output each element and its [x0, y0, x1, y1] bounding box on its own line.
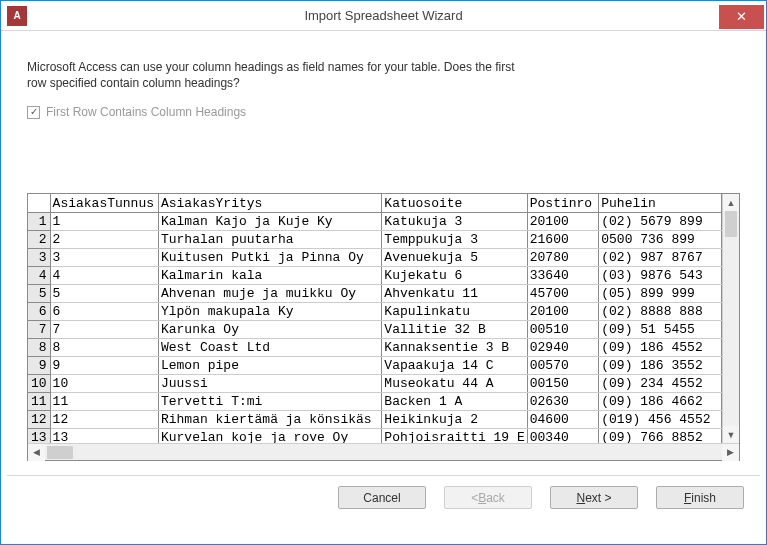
- cell-addr: Museokatu 44 A: [382, 374, 527, 392]
- row-number: 6: [28, 302, 50, 320]
- table-header-row: AsiakasTunnus AsiakasYritys Katuosoite P…: [28, 194, 722, 212]
- row-number: 8: [28, 338, 50, 356]
- cell-addr: Katukuja 3: [382, 212, 527, 230]
- close-button[interactable]: ✕: [719, 5, 764, 29]
- cell-post: 00340: [527, 428, 599, 443]
- cell-addr: Kujekatu 6: [382, 266, 527, 284]
- row-number: 9: [28, 356, 50, 374]
- row-header-blank: [28, 194, 50, 212]
- cell-post: 20100: [527, 302, 599, 320]
- cell-phone: 0500 736 899: [599, 230, 722, 248]
- first-row-headings-checkbox[interactable]: ✓ First Row Contains Column Headings: [27, 105, 740, 119]
- cell-phone: (03) 9876 543: [599, 266, 722, 284]
- col-header-id[interactable]: AsiakasTunnus: [50, 194, 158, 212]
- col-header-company[interactable]: AsiakasYritys: [158, 194, 381, 212]
- table-row[interactable]: 1111Tervetti T:miBacken 1 A02630(09) 186…: [28, 392, 722, 410]
- scroll-down-icon[interactable]: ▼: [723, 426, 739, 443]
- cell-post: 20780: [527, 248, 599, 266]
- cell-id: 9: [50, 356, 158, 374]
- row-number: 2: [28, 230, 50, 248]
- cell-post: 00150: [527, 374, 599, 392]
- finish-button[interactable]: Finish: [656, 486, 744, 509]
- cell-addr: Pohjoisraitti 19 E: [382, 428, 527, 443]
- cell-id: 7: [50, 320, 158, 338]
- intro-text: Microsoft Access can use your column hea…: [27, 59, 547, 91]
- cancel-button[interactable]: Cancel: [338, 486, 426, 509]
- cell-id: 3: [50, 248, 158, 266]
- cell-addr: Avenuekuja 5: [382, 248, 527, 266]
- cell-post: 02940: [527, 338, 599, 356]
- cell-addr: Vallitie 32 B: [382, 320, 527, 338]
- table-row[interactable]: 1212Rihman kiertämä ja könsikäsHeikinkuj…: [28, 410, 722, 428]
- cell-phone: (09) 186 4662: [599, 392, 722, 410]
- cell-id: 2: [50, 230, 158, 248]
- cell-company: Ylpön makupala Ky: [158, 302, 381, 320]
- cell-id: 4: [50, 266, 158, 284]
- cell-id: 1: [50, 212, 158, 230]
- intro-line1: Microsoft Access can use your column hea…: [27, 60, 515, 74]
- table-row[interactable]: 1010JuussiMuseokatu 44 A00150(09) 234 45…: [28, 374, 722, 392]
- cell-company: Ahvenan muje ja muikku Oy: [158, 284, 381, 302]
- table-row[interactable]: 66Ylpön makupala KyKapulinkatu20100(02) …: [28, 302, 722, 320]
- cell-company: Juussi: [158, 374, 381, 392]
- scroll-left-icon[interactable]: ◀: [28, 444, 45, 461]
- col-header-phone[interactable]: Puhelin: [599, 194, 722, 212]
- next-button[interactable]: Next >: [550, 486, 638, 509]
- scroll-right-icon[interactable]: ▶: [722, 444, 739, 461]
- cell-phone: (09) 186 4552: [599, 338, 722, 356]
- cell-id: 13: [50, 428, 158, 443]
- row-number: 3: [28, 248, 50, 266]
- cell-company: West Coast Ltd: [158, 338, 381, 356]
- table-row[interactable]: 99Lemon pipeVapaakuja 14 C00570(09) 186 …: [28, 356, 722, 374]
- table-row[interactable]: 77Karunka OyVallitie 32 B00510(09) 51 54…: [28, 320, 722, 338]
- back-button: < Back: [444, 486, 532, 509]
- cell-phone: (05) 899 999: [599, 284, 722, 302]
- cell-post: 45700: [527, 284, 599, 302]
- cell-addr: Temppukuja 3: [382, 230, 527, 248]
- table-row[interactable]: 1313Kurvelan koje ja rove OyPohjoisraitt…: [28, 428, 722, 443]
- table-row[interactable]: 44Kalmarin kalaKujekatu 633640(03) 9876 …: [28, 266, 722, 284]
- table-row[interactable]: 55Ahvenan muje ja muikku OyAhvenkatu 114…: [28, 284, 722, 302]
- table-row[interactable]: 22Turhalan puutarhaTemppukuja 3216000500…: [28, 230, 722, 248]
- cell-company: Karunka Oy: [158, 320, 381, 338]
- data-preview-grid: AsiakasTunnus AsiakasYritys Katuosoite P…: [27, 193, 740, 461]
- cell-addr: Kannaksentie 3 B: [382, 338, 527, 356]
- cell-phone: (09) 186 3552: [599, 356, 722, 374]
- table-row[interactable]: 88West Coast LtdKannaksentie 3 B02940(09…: [28, 338, 722, 356]
- cell-phone: (09) 766 8852: [599, 428, 722, 443]
- scroll-thumb-vertical[interactable]: [725, 211, 737, 237]
- cell-addr: Ahvenkatu 11: [382, 284, 527, 302]
- vertical-scrollbar[interactable]: ▲ ▼: [722, 194, 739, 443]
- row-number: 10: [28, 374, 50, 392]
- cell-id: 8: [50, 338, 158, 356]
- cell-id: 11: [50, 392, 158, 410]
- cell-phone: (02) 987 8767: [599, 248, 722, 266]
- table-row[interactable]: 33Kuitusen Putki ja Pinna OyAvenuekuja 5…: [28, 248, 722, 266]
- scroll-thumb-horizontal[interactable]: [47, 446, 73, 459]
- row-number: 11: [28, 392, 50, 410]
- app-icon: A: [7, 6, 27, 26]
- cell-phone: (02) 5679 899: [599, 212, 722, 230]
- cell-company: Tervetti T:mi: [158, 392, 381, 410]
- cell-company: Rihman kiertämä ja könsikäs: [158, 410, 381, 428]
- row-number: 5: [28, 284, 50, 302]
- scroll-track-vertical[interactable]: [723, 237, 739, 426]
- col-header-addr[interactable]: Katuosoite: [382, 194, 527, 212]
- cell-post: 20100: [527, 212, 599, 230]
- cell-company: Lemon pipe: [158, 356, 381, 374]
- cell-addr: Kapulinkatu: [382, 302, 527, 320]
- cell-phone: (019) 456 4552: [599, 410, 722, 428]
- cell-post: 00510: [527, 320, 599, 338]
- cell-phone: (09) 51 5455: [599, 320, 722, 338]
- row-number: 13: [28, 428, 50, 443]
- cell-addr: Vapaakuja 14 C: [382, 356, 527, 374]
- table-row[interactable]: 11Kalman Kajo ja Kuje KyKatukuja 320100(…: [28, 212, 722, 230]
- row-number: 7: [28, 320, 50, 338]
- checkbox-label: First Row Contains Column Headings: [46, 105, 246, 119]
- window-title: Import Spreadsheet Wizard: [1, 8, 766, 23]
- horizontal-scrollbar[interactable]: ◀ ▶: [28, 443, 739, 460]
- preview-table: AsiakasTunnus AsiakasYritys Katuosoite P…: [28, 194, 722, 443]
- row-number: 1: [28, 212, 50, 230]
- scroll-up-icon[interactable]: ▲: [723, 194, 739, 211]
- col-header-post[interactable]: Postinro: [527, 194, 599, 212]
